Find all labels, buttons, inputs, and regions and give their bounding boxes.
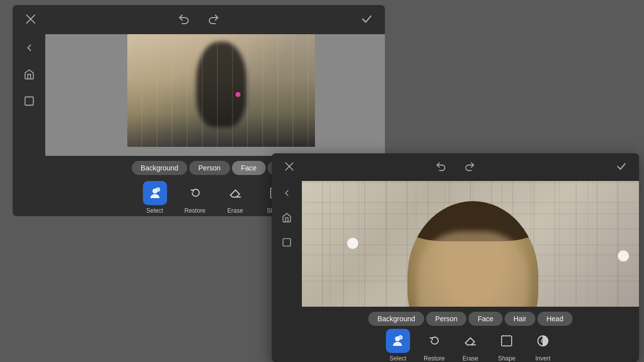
win2-toolbar: Background Person Face Hair Head Select: [302, 307, 639, 362]
select-tool-bg: [143, 181, 167, 205]
svg-rect-2: [25, 97, 33, 106]
invert-tool-label: Invert: [535, 355, 550, 362]
tool-erase[interactable]: Erase: [458, 329, 482, 362]
tab-person[interactable]: Person: [426, 312, 466, 326]
win2-person-head: [408, 201, 538, 307]
restore-tool-bg: [183, 181, 207, 205]
win1-sidebar: [13, 34, 45, 216]
win1-tools: Select Restore: [143, 179, 288, 216]
win2-tools: Select Restore: [386, 329, 555, 362]
win2-redo-button[interactable]: [462, 159, 477, 175]
select-tool-label: Select: [146, 207, 163, 214]
win2-undo-button[interactable]: [433, 159, 448, 175]
win2-tabs: Background Person Face Hair Head: [368, 307, 572, 329]
close-icon: [284, 161, 295, 172]
restore-icon: [427, 334, 441, 348]
home-icon: [282, 213, 292, 223]
win2-handle-left[interactable]: [347, 238, 358, 249]
win2-handle-right[interactable]: [618, 250, 629, 261]
restore-tool-bg: [422, 329, 446, 353]
redo-icon: [208, 13, 220, 25]
close-icon: [25, 13, 37, 25]
win1-close-button[interactable]: [23, 11, 39, 29]
win1-undo-button[interactable]: [176, 11, 192, 29]
select-icon: [391, 334, 405, 348]
win2-history-controls: [433, 159, 477, 175]
win1-history-controls: [176, 11, 222, 29]
back-chevron-icon: [282, 188, 292, 198]
tool-restore[interactable]: Restore: [183, 181, 207, 214]
win2-sidebar: [272, 181, 302, 362]
tool-select[interactable]: Select: [386, 329, 410, 362]
svg-rect-9: [283, 239, 291, 246]
checkmark-icon: [361, 13, 373, 25]
restore-tool-label: Restore: [424, 355, 445, 362]
square-icon: [282, 237, 292, 247]
win1-square-button[interactable]: [24, 96, 35, 108]
tool-invert[interactable]: Invert: [531, 329, 555, 362]
win2-home-button[interactable]: [282, 213, 292, 224]
erase-tool-label: Erase: [462, 355, 478, 362]
shape-icon: [500, 334, 514, 348]
svg-point-4: [156, 188, 159, 192]
invert-tool-bg: [531, 329, 555, 353]
select-tool-label: Select: [389, 355, 406, 362]
erase-icon: [228, 186, 243, 200]
invert-icon: [536, 334, 550, 348]
win2-close-button[interactable]: [282, 159, 297, 175]
erase-tool-bg: [223, 181, 248, 205]
restore-icon: [188, 186, 202, 200]
tool-erase[interactable]: Erase: [223, 181, 248, 214]
tab-background[interactable]: Background: [368, 312, 424, 326]
win2-square-button[interactable]: [282, 237, 292, 249]
face-blur: [418, 231, 528, 307]
win1-redo-button[interactable]: [206, 11, 222, 29]
pink-dot: [235, 92, 240, 97]
win1-back-button[interactable]: [24, 42, 35, 55]
tool-select[interactable]: Select: [143, 181, 167, 214]
tab-hair[interactable]: Hair: [505, 312, 536, 326]
win2-confirm-button[interactable]: [614, 159, 629, 175]
tool-shape[interactable]: Shape: [495, 329, 519, 362]
shape-tool-label: Shape: [498, 355, 516, 362]
svg-point-11: [399, 336, 403, 339]
undo-icon: [435, 161, 446, 172]
win2-back-button[interactable]: [282, 188, 292, 200]
win2-canvas: [302, 181, 639, 307]
tab-face[interactable]: Face: [232, 161, 266, 175]
win1-photo: [127, 34, 315, 147]
square-icon: [24, 96, 35, 107]
undo-icon: [178, 13, 190, 25]
win1-home-button[interactable]: [24, 69, 35, 81]
win2-topbar: [272, 153, 639, 181]
home-icon: [24, 69, 35, 80]
redo-icon: [464, 161, 475, 172]
back-chevron-icon: [24, 42, 35, 53]
building-lines: [127, 34, 315, 147]
win1-confirm-button[interactable]: [359, 11, 375, 29]
restore-tool-label: Restore: [184, 207, 205, 214]
select-icon: [148, 186, 162, 200]
erase-tool-label: Erase: [227, 207, 243, 214]
checkmark-icon: [616, 161, 627, 172]
tool-restore[interactable]: Restore: [422, 329, 446, 362]
win1-topbar: [13, 5, 385, 34]
shape-tool-bg: [495, 329, 519, 353]
tab-person[interactable]: Person: [189, 161, 229, 175]
tab-background[interactable]: Background: [132, 161, 188, 175]
tab-head[interactable]: Head: [537, 312, 572, 326]
erase-tool-bg: [458, 329, 482, 353]
window2: Background Person Face Hair Head Select: [272, 153, 639, 362]
tab-face[interactable]: Face: [468, 312, 502, 326]
erase-icon: [463, 334, 477, 348]
select-tool-bg: [386, 329, 410, 353]
svg-rect-13: [502, 336, 512, 346]
